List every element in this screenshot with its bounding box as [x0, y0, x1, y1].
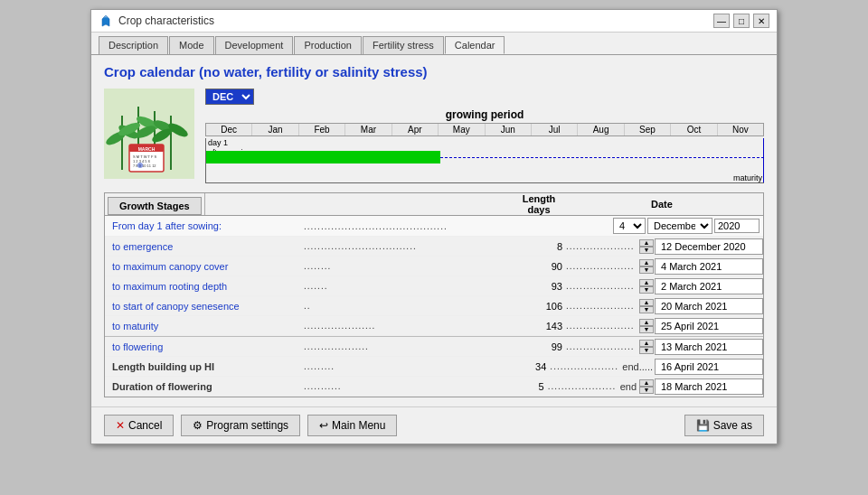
close-button[interactable]: ✕	[753, 14, 769, 28]
spin-up-4[interactable]: ▲	[639, 299, 654, 306]
spin-down-3[interactable]: ▼	[639, 286, 654, 294]
crop-svg: MARCH S M T W T F S 1 2 3 4 5 6 7 8 9 10…	[104, 89, 194, 179]
crop-illustration: MARCH S M T W T F S 1 2 3 4 5 6 7 8 9 10…	[104, 89, 194, 179]
month-aug: Aug	[578, 124, 624, 135]
bottom-left-buttons: ✕ Cancel ⚙ Program settings ↩ Main Menu	[104, 415, 397, 436]
row-label-flowering: to flowering	[105, 340, 304, 354]
spin-down-4[interactable]: ▼	[639, 306, 654, 313]
end-label-7: end.....	[622, 361, 655, 372]
spin-down-5[interactable]: ▼	[639, 326, 654, 333]
tab-mode[interactable]: Mode	[169, 36, 214, 54]
row-ctrl-2[interactable]: ▲ ▼	[638, 259, 655, 274]
row-num-2: 90	[530, 261, 566, 272]
row-date-2: 4 March 2021	[655, 258, 763, 275]
chart-area: day 1 after sowing maturity	[205, 138, 764, 183]
row-num-8: 5	[512, 381, 548, 392]
spin-up-5[interactable]: ▲	[639, 319, 654, 326]
month-header: Dec Jan Feb Mar Apr May Jun Jul Aug Sep …	[205, 123, 764, 136]
col-date-header: Date	[646, 199, 763, 210]
row-num-3: 93	[530, 281, 566, 292]
row-dots-3: .......	[304, 281, 530, 291]
row-dots2-6: ....................	[566, 341, 638, 351]
tab-description[interactable]: Description	[99, 36, 168, 54]
table-row: to flowering ................... 99 ....…	[105, 337, 763, 357]
spin-up-3[interactable]: ▲	[639, 279, 654, 286]
row-date-4: 20 March 2021	[655, 298, 763, 314]
start-month-select[interactable]: DECJANFEBMAR APRMAYJUNJUL AUGSEPOCTNOV	[205, 89, 254, 105]
row-date-7: 16 April 2021	[655, 359, 763, 375]
table-row: From day 1 after sowing: ...............…	[105, 216, 763, 237]
svg-text:7  8  9 10 11 12: 7 8 9 10 11 12	[133, 163, 156, 168]
row-num-7: 34	[514, 361, 550, 372]
month-sep: Sep	[625, 124, 671, 135]
row-ctrl-4[interactable]: ▲ ▼	[638, 299, 655, 313]
title-bar: Crop characteristics — □ ✕	[91, 10, 777, 33]
start-month-dropdown[interactable]: DecemberJanuaryFebruaryMarch	[647, 218, 712, 234]
spin-down-6[interactable]: ▼	[639, 347, 654, 354]
spin-up-6[interactable]: ▲	[639, 340, 654, 347]
tab-calendar[interactable]: Calendar	[445, 36, 505, 54]
tab-production[interactable]: Production	[294, 36, 362, 54]
spin-up-8[interactable]: ▲	[639, 379, 654, 387]
month-jul: Jul	[532, 124, 578, 135]
vertical-end-line	[763, 138, 764, 182]
row-dots-0: ........................................…	[304, 221, 448, 231]
maturity-label: maturity	[733, 173, 762, 182]
tab-bar: Description Mode Development Production …	[91, 33, 777, 55]
program-settings-button[interactable]: ⚙ Program settings	[181, 415, 300, 436]
growth-bar	[206, 151, 440, 163]
row-num-1: 8	[530, 241, 566, 252]
start-year-input[interactable]	[714, 219, 760, 233]
spin-up-2[interactable]: ▲	[639, 259, 654, 266]
row-label-canopy-senes: to start of canopy senesence	[105, 299, 304, 313]
minimize-button[interactable]: —	[713, 14, 730, 28]
maximize-button[interactable]: □	[733, 14, 750, 28]
row-date-6: 13 March 2021	[655, 339, 763, 355]
growth-stages-section: Growth Stages Length days Date From day …	[104, 192, 764, 397]
growing-period-label: growing period	[205, 108, 764, 121]
cancel-button[interactable]: ✕ Cancel	[104, 415, 174, 436]
row-date-5: 25 April 2021	[655, 318, 763, 334]
row-dots-4: ..	[304, 301, 530, 311]
row-dots-1: .................................	[304, 241, 530, 251]
table-row: to maturity ..................... 143 ..…	[105, 316, 763, 336]
app-icon	[99, 14, 113, 28]
row-num-4: 106	[530, 301, 566, 312]
row-dots2-4: ....................	[566, 301, 638, 311]
row-label-rooting-depth: to maximum rooting depth	[105, 279, 304, 294]
growth-stages-tab[interactable]: Growth Stages	[108, 197, 202, 215]
main-menu-button[interactable]: ↩ Main Menu	[307, 415, 397, 436]
settings-icon: ⚙	[193, 419, 203, 432]
month-apr: Apr	[392, 124, 439, 135]
row-ctrl-8[interactable]: ▲ ▼	[638, 379, 655, 394]
save-icon: 💾	[696, 419, 710, 432]
row-date-1: 12 December 2020	[655, 238, 763, 255]
row-dots2-5: ....................	[566, 321, 638, 331]
table-row: Length building up HI ......... 34 .....…	[105, 357, 763, 377]
save-as-label: Save as	[713, 419, 752, 432]
row-ctrl-1[interactable]: ▲ ▼	[638, 239, 655, 254]
save-as-button[interactable]: 💾 Save as	[684, 415, 764, 436]
spin-down-2[interactable]: ▼	[639, 266, 654, 274]
dashed-line	[440, 157, 764, 158]
month-jan: Jan	[252, 124, 298, 135]
row-label-canopy-cover: to maximum canopy cover	[105, 259, 304, 274]
table-row: to maximum rooting depth ....... 93 ....…	[105, 276, 763, 296]
spin-up-1[interactable]: ▲	[639, 239, 654, 247]
tab-fertility-stress[interactable]: Fertility stress	[363, 36, 444, 54]
row-date-8: 18 March 2021	[655, 378, 763, 395]
bottom-right-buttons: 💾 Save as	[684, 415, 764, 436]
start-date-controls: 41235 DecemberJanuaryFebruaryMarch	[609, 216, 763, 236]
row-dots-8: ...........	[304, 381, 512, 391]
tab-development[interactable]: Development	[215, 36, 294, 54]
row-label-from-day1: From day 1 after sowing:	[105, 219, 304, 233]
month-may: May	[439, 124, 485, 135]
spin-down-1[interactable]: ▼	[639, 247, 654, 254]
row-ctrl-5[interactable]: ▲ ▼	[638, 319, 655, 333]
title-bar-left: Crop characteristics	[99, 14, 214, 28]
row-ctrl-3[interactable]: ▲ ▼	[638, 279, 655, 294]
row-ctrl-6[interactable]: ▲ ▼	[638, 340, 655, 354]
start-day-select[interactable]: 41235	[613, 218, 646, 234]
spin-down-8[interactable]: ▼	[639, 387, 654, 394]
growth-stages-header: Growth Stages Length days Date	[105, 193, 763, 216]
